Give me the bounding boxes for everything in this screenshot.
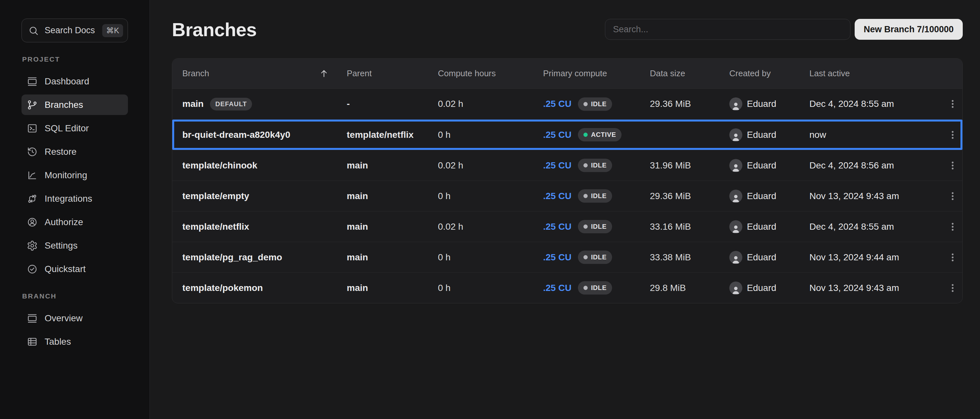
sidebar-item-label: Tables xyxy=(45,336,71,347)
compute-size[interactable]: .25 CU xyxy=(543,283,571,293)
row-actions-cell xyxy=(942,94,963,114)
status-dot-icon xyxy=(584,286,588,290)
row-menu-button[interactable] xyxy=(943,125,963,145)
compute-hours-cell: 0 h xyxy=(437,130,542,140)
table-row[interactable]: template/empty main 0 h .25 CU IDLE 29.3… xyxy=(172,180,963,211)
created-by-cell: Eduard xyxy=(729,128,809,142)
status-badge: ACTIVE xyxy=(578,128,622,142)
row-actions-cell xyxy=(942,248,963,267)
row-menu-button[interactable] xyxy=(943,186,963,206)
created-by-name: Eduard xyxy=(747,160,776,171)
sidebar-item-authorize[interactable]: Authorize xyxy=(21,212,128,232)
row-menu-button[interactable] xyxy=(943,94,963,114)
row-actions-cell xyxy=(942,156,963,175)
table-row[interactable]: template/pg_rag_demo main 0 h .25 CU IDL… xyxy=(172,242,963,272)
search-docs-label: Search Docs xyxy=(45,25,95,35)
branch-cell: template/pokemon xyxy=(172,283,346,293)
compute-hours-cell: 0.02 h xyxy=(437,99,542,109)
table-row[interactable]: template/chinook main 0.02 h .25 CU IDLE… xyxy=(172,150,963,180)
table-header-row: BranchParentCompute hoursPrimary compute… xyxy=(172,59,963,89)
status-dot-icon xyxy=(584,102,588,106)
branches-table: BranchParentCompute hoursPrimary compute… xyxy=(172,58,963,303)
avatar xyxy=(729,128,742,142)
sidebar-item-label: Overview xyxy=(45,313,83,323)
table-row[interactable]: br-quiet-dream-a820k4y0 template/netflix… xyxy=(172,119,963,150)
status-dot-icon xyxy=(584,132,588,137)
sidebar-item-label: Monitoring xyxy=(45,170,87,180)
table-row[interactable]: template/pokemon main 0 h .25 CU IDLE 29… xyxy=(172,272,963,303)
created-by-name: Eduard xyxy=(747,191,776,201)
compute-size[interactable]: .25 CU xyxy=(543,160,571,171)
compute-hours-cell: 0 h xyxy=(437,191,542,201)
avatar xyxy=(729,97,742,110)
created-by-name: Eduard xyxy=(747,252,776,263)
column-header-compute-hours: Compute hours xyxy=(437,69,542,78)
row-menu-button[interactable] xyxy=(943,217,963,237)
parent-cell: main xyxy=(346,191,437,201)
restore-icon xyxy=(27,146,38,158)
primary-compute-cell: .25 CU IDLE xyxy=(542,97,649,111)
branch-name: main xyxy=(182,99,204,109)
sidebar-item-branches[interactable]: Branches xyxy=(21,94,128,115)
row-menu-button[interactable] xyxy=(943,156,963,175)
sidebar-item-label: Settings xyxy=(45,241,78,251)
table-row[interactable]: main DEFAULT - 0.02 h .25 CU IDLE 29.36 … xyxy=(172,89,963,119)
compute-size[interactable]: .25 CU xyxy=(543,191,571,201)
status-dot-icon xyxy=(584,225,588,229)
page-header: Branches New Branch 7/100000 xyxy=(172,18,963,41)
created-by-cell: Eduard xyxy=(729,97,809,110)
table-row[interactable]: template/netflix main 0.02 h .25 CU IDLE… xyxy=(172,211,963,242)
avatar xyxy=(729,159,742,172)
sidebar-item-quickstart[interactable]: Quickstart xyxy=(21,259,128,279)
row-menu-button[interactable] xyxy=(943,278,963,298)
last-active-cell: Nov 13, 2024 9:43 am xyxy=(809,283,942,293)
sidebar-item-label: Authorize xyxy=(45,217,83,228)
authorize-icon xyxy=(27,217,38,228)
quickstart-icon xyxy=(27,264,38,275)
branches-icon xyxy=(27,99,38,110)
column-header-branch[interactable]: Branch xyxy=(172,69,346,79)
sidebar-item-overview[interactable]: Overview xyxy=(21,308,128,328)
created-by-name: Eduard xyxy=(747,221,776,232)
compute-size[interactable]: .25 CU xyxy=(543,130,571,140)
primary-compute-cell: .25 CU IDLE xyxy=(542,250,649,264)
sidebar-item-restore[interactable]: Restore xyxy=(21,142,128,162)
search-input[interactable] xyxy=(605,19,850,40)
row-actions-cell xyxy=(942,186,963,206)
sidebar-item-tables[interactable]: Tables xyxy=(21,331,128,352)
compute-size[interactable]: .25 CU xyxy=(543,252,571,263)
arrow-up-icon xyxy=(319,69,329,79)
keyboard-shortcut-badge: ⌘K xyxy=(102,24,123,37)
sidebar: Search Docs ⌘K PROJECTDashboardBranchesS… xyxy=(0,0,150,419)
parent-cell: main xyxy=(346,252,437,263)
new-branch-button[interactable]: New Branch 7/100000 xyxy=(855,19,963,40)
branch-cell: br-quiet-dream-a820k4y0 xyxy=(172,130,346,140)
sidebar-item-dashboard[interactable]: Dashboard xyxy=(21,71,128,92)
main-content: Branches New Branch 7/100000 BranchParen… xyxy=(150,0,980,419)
created-by-cell: Eduard xyxy=(729,282,809,295)
column-header-created-by: Created by xyxy=(729,69,809,78)
row-menu-button[interactable] xyxy=(943,248,963,267)
branch-name: template/pg_rag_demo xyxy=(182,252,282,263)
data-size-cell: 33.38 MiB xyxy=(649,252,729,263)
sidebar-nav: PROJECTDashboardBranchesSQL EditorRestor… xyxy=(21,56,150,352)
status-dot-icon xyxy=(584,194,588,198)
compute-size[interactable]: .25 CU xyxy=(543,99,571,109)
compute-hours-cell: 0 h xyxy=(437,283,542,293)
sidebar-item-monitoring[interactable]: Monitoring xyxy=(21,165,128,185)
sidebar-section-label: BRANCH xyxy=(22,292,150,300)
created-by-cell: Eduard xyxy=(729,220,809,233)
search-docs-button[interactable]: Search Docs ⌘K xyxy=(21,19,128,42)
default-badge: DEFAULT xyxy=(210,98,252,110)
sidebar-item-label: Restore xyxy=(45,147,76,157)
sidebar-item-settings[interactable]: Settings xyxy=(21,235,128,256)
avatar xyxy=(729,190,742,203)
sidebar-item-sql-editor[interactable]: SQL Editor xyxy=(21,118,128,139)
compute-size[interactable]: .25 CU xyxy=(543,221,571,232)
last-active-cell: Dec 4, 2024 8:56 am xyxy=(809,160,942,171)
avatar xyxy=(729,282,742,295)
created-by-name: Eduard xyxy=(747,283,776,293)
table-body: main DEFAULT - 0.02 h .25 CU IDLE 29.36 … xyxy=(172,89,963,303)
sidebar-item-integrations[interactable]: Integrations xyxy=(21,188,128,209)
created-by-cell: Eduard xyxy=(729,159,809,172)
